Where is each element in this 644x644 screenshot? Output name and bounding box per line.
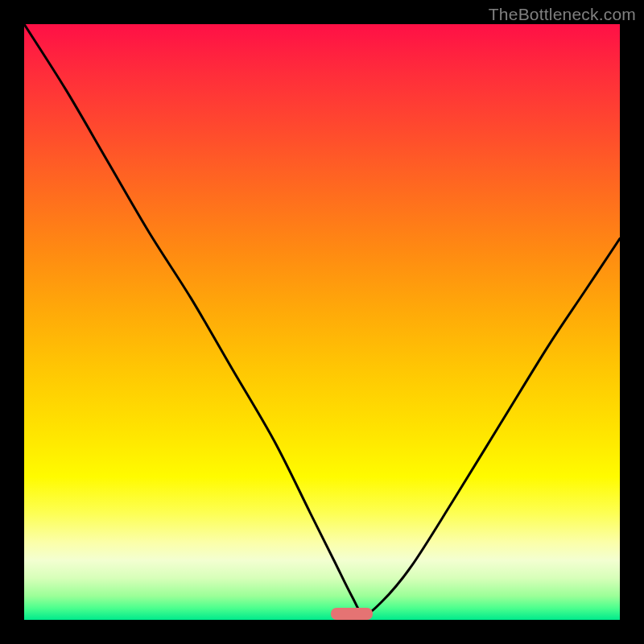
bottleneck-curve [24,24,620,620]
watermark-text: TheBottleneck.com [489,5,636,24]
plot-area [24,24,620,620]
chart-frame: TheBottleneck.com [0,0,644,644]
optimal-marker [331,608,373,620]
